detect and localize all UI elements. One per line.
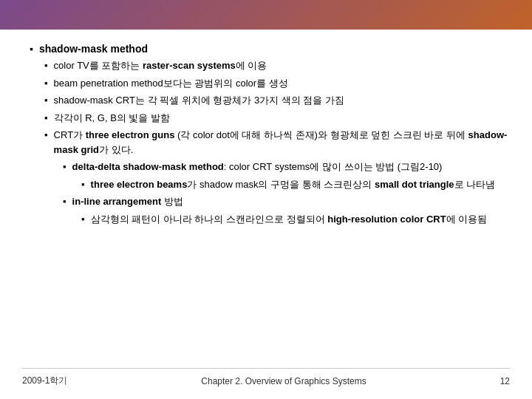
main-content: ▪ shadow-mask method ▪ color TV를 포함하는 ra… (22, 43, 510, 368)
sub-bullet-5: CRT가 three electron guns (각 color dot에 대… (54, 128, 510, 157)
bullet-symbol-5: ▪ (44, 128, 48, 157)
bullet-symbol-3: ▪ (44, 93, 48, 108)
top-bar (0, 0, 532, 30)
list-item: ▪ 각각이 R, G, B의 빛을 발함 (22, 111, 510, 126)
bullet-symbol-6: ▪ (63, 160, 66, 174)
sub-bullet-1: color TV를 포함하는 raster-scan systems에 이용 (54, 58, 510, 73)
sub-bullet-4: 각각이 R, G, B의 빛을 발함 (54, 111, 510, 126)
list-item: ▪ in-line arrangement 방법 (22, 194, 510, 209)
main-bullet: ▪ shadow-mask method (22, 43, 510, 55)
bullet-symbol-9: ▪ (81, 212, 85, 227)
page-container: ▪ shadow-mask method ▪ color TV를 포함하는 ra… (0, 0, 532, 399)
sub-bullet-3: shadow-mask CRT는 각 픽셀 위치에 형광체가 3가지 색의 점을… (54, 93, 510, 108)
list-item: ▪ 삼각형의 패턴이 아니라 하나의 스캔라인으로 정렬되어 high-reso… (22, 212, 510, 227)
bullet-symbol-2: ▪ (44, 76, 48, 91)
content-area: ▪ shadow-mask method ▪ color TV를 포함하는 ra… (0, 30, 532, 399)
footer: 2009-1학기 Chapter 2. Overview of Graphics… (22, 368, 510, 392)
list-item: ▪ delta-delta shadow-mask method: color … (22, 160, 510, 174)
list-item: ▪ CRT가 three electron guns (각 color dot에… (22, 128, 510, 157)
sub-bullet-2: beam penetration method보다는 광범위의 color를 생… (54, 76, 510, 91)
bullet-symbol-8: ▪ (63, 194, 66, 209)
main-bullet-text: shadow-mask method (39, 43, 510, 55)
list-item: ▪ three electron beams가 shadow mask의 구멍을… (22, 177, 510, 192)
level3-bullet-2: 삼각형의 패턴이 아니라 하나의 스캔라인으로 정렬되어 high-resolu… (91, 212, 510, 227)
level3-bullet-1: three electron beams가 shadow mask의 구멍을 통… (91, 177, 510, 192)
bullet-symbol-main: ▪ (30, 43, 33, 55)
footer-chapter: Chapter 2. Overview of Graphics Systems (201, 376, 366, 386)
list-item: ▪ shadow-mask CRT는 각 픽셀 위치에 형광체가 3가지 색의 … (22, 93, 510, 108)
list-item: ▪ color TV를 포함하는 raster-scan systems에 이용 (22, 58, 510, 73)
level2-bullet-1: delta-delta shadow-mask method: color CR… (72, 160, 510, 174)
footer-semester: 2009-1학기 (22, 375, 67, 387)
level2-bullet-2: in-line arrangement 방법 (72, 194, 510, 209)
bullet-symbol-1: ▪ (44, 58, 48, 73)
list-item: ▪ beam penetration method보다는 광범위의 color를… (22, 76, 510, 91)
footer-page: 12 (500, 376, 510, 386)
bullet-symbol-4: ▪ (44, 111, 48, 126)
bullet-symbol-7: ▪ (81, 177, 85, 192)
